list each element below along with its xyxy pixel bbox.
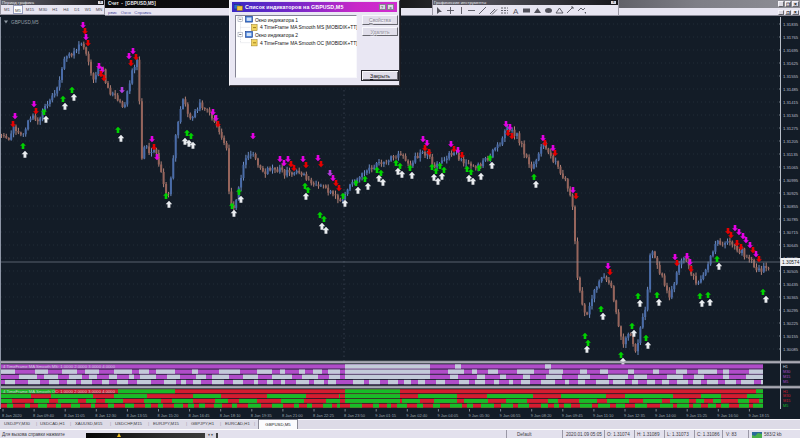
svg-text:1.30365: 1.30365 — [783, 295, 799, 300]
svg-text:A: A — [513, 7, 519, 16]
svg-text:8 Jan 12:30: 8 Jan 12:30 — [95, 413, 117, 418]
svg-text:9 Jan 02:40: 9 Jan 02:40 — [406, 413, 428, 418]
svg-text:1.31135: 1.31135 — [783, 152, 798, 157]
svg-text:1.31835: 1.31835 — [783, 22, 799, 27]
svg-text:1.31695: 1.31695 — [783, 48, 799, 53]
svg-text:9 Jan 12:35: 9 Jan 12:35 — [624, 413, 646, 418]
svg-text:1.30574: 1.30574 — [782, 260, 800, 265]
svg-text:8 Jan 16:45: 8 Jan 16:45 — [189, 413, 211, 418]
svg-text:8 Jan 11:05: 8 Jan 11:05 — [64, 413, 85, 418]
svg-text:8 Jan 21:00: 8 Jan 21:00 — [282, 413, 304, 418]
svg-text:9 Jan 06:55: 9 Jan 06:55 — [500, 413, 522, 418]
svg-text:4 TimeFrame MA Smooth OC: 1.00: 4 TimeFrame MA Smooth OC: 1.0000 2.0000 … — [3, 389, 116, 394]
svg-text:8 Jan 09:40: 8 Jan 09:40 — [33, 413, 55, 418]
svg-text:8 Jan 23:50: 8 Jan 23:50 — [344, 413, 366, 418]
svg-text:4 TimeFrame MA Smooth MS [MOBI: 4 TimeFrame MA Smooth MS [MOBIDIK+TT] — [260, 25, 357, 30]
svg-text:1.31555: 1.31555 — [783, 74, 799, 79]
svg-text:9 Jan 16:50: 9 Jan 16:50 — [717, 413, 739, 418]
svg-text:M15: M15 — [783, 399, 790, 403]
svg-text:1.30225: 1.30225 — [783, 321, 799, 326]
svg-text:9 Jan 01:15: 9 Jan 01:15 — [375, 413, 397, 418]
svg-text:Окно индикатора 1: Окно индикатора 1 — [255, 18, 298, 23]
svg-text:1.31205: 1.31205 — [783, 139, 799, 144]
svg-text:9 Jan 08:20: 9 Jan 08:20 — [531, 413, 553, 418]
svg-text:8 Jan 15:20: 8 Jan 15:20 — [158, 413, 180, 418]
svg-text:1.30155: 1.30155 — [783, 334, 799, 339]
svg-text:9 Jan 05:30: 9 Jan 05:30 — [469, 413, 491, 418]
svg-text:H1: H1 — [783, 365, 788, 369]
svg-text:1.30925: 1.30925 — [783, 191, 799, 196]
svg-text:1.31415: 1.31415 — [783, 100, 799, 105]
svg-text:Окно индикатора 2: Окно индикатора 2 — [255, 33, 298, 38]
svg-text:9 Jan 04:05: 9 Jan 04:05 — [437, 413, 459, 418]
svg-text:9 Jan 09:45: 9 Jan 09:45 — [562, 413, 584, 418]
svg-text:M15: M15 — [783, 375, 790, 379]
svg-text:1.31625: 1.31625 — [783, 61, 799, 66]
svg-text:8 Jan 18:10: 8 Jan 18:10 — [220, 413, 242, 418]
svg-text:1.30505: 1.30505 — [783, 269, 799, 274]
svg-text:1.30995: 1.30995 — [783, 178, 799, 183]
svg-text:1.30645: 1.30645 — [783, 243, 799, 248]
svg-text:4 TimeFrame MA Smooth MS: 1.00: 4 TimeFrame MA Smooth MS: 1.0000 2.0000 … — [3, 364, 116, 369]
svg-text:M30: M30 — [783, 394, 790, 398]
svg-text:1.31485: 1.31485 — [783, 87, 799, 92]
svg-text:1.30785: 1.30785 — [783, 217, 799, 222]
svg-text:1.30295: 1.30295 — [783, 308, 799, 313]
svg-text:8 Jan 19:35: 8 Jan 19:35 — [251, 413, 273, 418]
svg-text:M5: M5 — [783, 380, 788, 384]
svg-text:8 Jan 22:25: 8 Jan 22:25 — [313, 413, 335, 418]
svg-text:H1: H1 — [783, 390, 788, 394]
svg-text:1.31065: 1.31065 — [783, 165, 799, 170]
svg-text:9 Jan 15:25: 9 Jan 15:25 — [686, 413, 708, 418]
svg-text:4 TimeFrame MA Smooth OC [MOBI: 4 TimeFrame MA Smooth OC [MOBIDIK+TT] — [260, 41, 357, 46]
svg-text:8 Jan 13:55: 8 Jan 13:55 — [126, 413, 148, 418]
svg-text:9 Jan 14:00: 9 Jan 14:00 — [655, 413, 677, 418]
svg-text:1.30435: 1.30435 — [783, 282, 799, 287]
svg-text:1.30715: 1.30715 — [783, 230, 799, 235]
svg-text:1.31765: 1.31765 — [783, 35, 799, 40]
svg-text:8 Jan 2020: 8 Jan 2020 — [2, 413, 23, 418]
svg-text:1.30855: 1.30855 — [783, 204, 799, 209]
svg-text:1.31275: 1.31275 — [783, 126, 799, 131]
svg-text:9 Jan 18:15: 9 Jan 18:15 — [748, 413, 770, 418]
svg-text:9 Jan 11:10: 9 Jan 11:10 — [593, 413, 614, 418]
svg-text:M5: M5 — [783, 404, 788, 408]
svg-text:M30: M30 — [783, 370, 790, 374]
svg-text:GBPUSD,M5: GBPUSD,M5 — [11, 20, 39, 25]
svg-text:1.30085: 1.30085 — [783, 347, 799, 352]
svg-text:1.31345: 1.31345 — [783, 113, 799, 118]
